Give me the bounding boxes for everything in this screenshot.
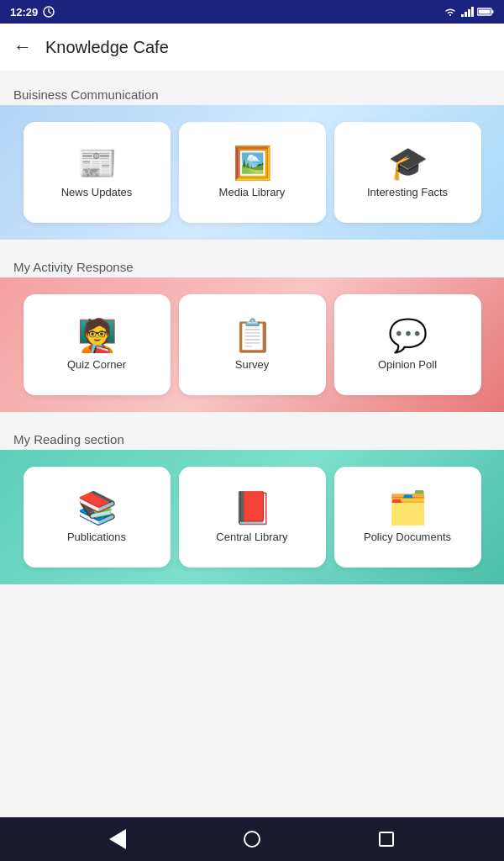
section-panel-my-activity-response: 🧑‍🏫Quiz Corner📋Survey💬Opinion Poll: [0, 277, 504, 412]
card-interesting-facts[interactable]: 🎓Interesting Facts: [334, 122, 481, 223]
content-area: Buisiness Communication📰News Updates🖼️Me…: [0, 71, 504, 817]
nav-home-button[interactable]: [240, 827, 264, 851]
survey-icon: 📋: [233, 320, 272, 351]
section-panel-business-communication: 📰News Updates🖼️Media Library🎓Interesting…: [0, 105, 504, 240]
card-policy-documents[interactable]: 🗂️Policy Documents: [334, 467, 481, 568]
publications-icon: 📚: [77, 492, 117, 524]
quiz-corner-label: Quiz Corner: [67, 358, 126, 371]
survey-label: Survey: [235, 358, 269, 371]
interesting-facts-label: Interesting Facts: [367, 186, 448, 198]
section-panel-my-reading-section: 📚Publications📕Central Library🗂️Policy Do…: [0, 450, 504, 584]
wifi-icon: [444, 7, 457, 17]
opinion-poll-icon: 💬: [388, 320, 428, 351]
svg-rect-4: [465, 12, 467, 17]
central-library-label: Central Library: [216, 531, 287, 543]
time: 12:29: [10, 6, 38, 18]
news-updates-icon: 📰: [77, 147, 117, 179]
status-right: [444, 7, 494, 17]
nav-recent-button[interactable]: [375, 827, 398, 851]
battery-icon: [477, 7, 494, 17]
card-survey[interactable]: 📋Survey: [179, 294, 326, 395]
card-news-updates[interactable]: 📰News Updates: [24, 122, 171, 223]
svg-rect-6: [471, 7, 474, 17]
app-title: Knowledge Cafe: [45, 38, 169, 57]
quiz-corner-icon: 🧑‍🏫: [77, 320, 117, 351]
policy-documents-label: Policy Documents: [364, 531, 451, 543]
back-button[interactable]: ←: [13, 36, 32, 58]
svg-rect-9: [479, 10, 491, 14]
bottom-nav: [0, 817, 504, 861]
nav-back-button[interactable]: [106, 827, 129, 851]
status-left: 12:29: [10, 6, 55, 18]
card-central-library[interactable]: 📕Central Library: [179, 467, 326, 568]
app-bar: ← Knowledge Cafe: [0, 24, 504, 71]
news-updates-label: News Updates: [61, 186, 133, 198]
section-label-business-communication: Buisiness Communication: [0, 81, 504, 105]
card-quiz-corner[interactable]: 🧑‍🏫Quiz Corner: [24, 294, 171, 395]
interesting-facts-icon: 🎓: [388, 147, 428, 179]
opinion-poll-label: Opinion Poll: [378, 358, 437, 371]
svg-rect-8: [492, 10, 494, 13]
section-label-my-activity-response: My Activity Response: [0, 253, 504, 277]
status-bar: 12:29: [0, 0, 504, 24]
policy-documents-icon: 🗂️: [388, 492, 428, 524]
svg-line-2: [49, 12, 51, 13]
section-label-my-reading-section: My Reading section: [0, 425, 504, 450]
media-library-label: Media Library: [219, 186, 286, 198]
signal-icon: [460, 7, 474, 17]
central-library-icon: 📕: [233, 492, 272, 524]
svg-rect-5: [468, 9, 470, 17]
svg-rect-3: [461, 14, 464, 17]
media-library-icon: 🖼️: [233, 147, 272, 179]
clock-icon: [43, 6, 55, 18]
publications-label: Publications: [67, 531, 126, 543]
card-publications[interactable]: 📚Publications: [24, 467, 171, 568]
card-media-library[interactable]: 🖼️Media Library: [179, 122, 326, 223]
card-opinion-poll[interactable]: 💬Opinion Poll: [334, 294, 481, 395]
